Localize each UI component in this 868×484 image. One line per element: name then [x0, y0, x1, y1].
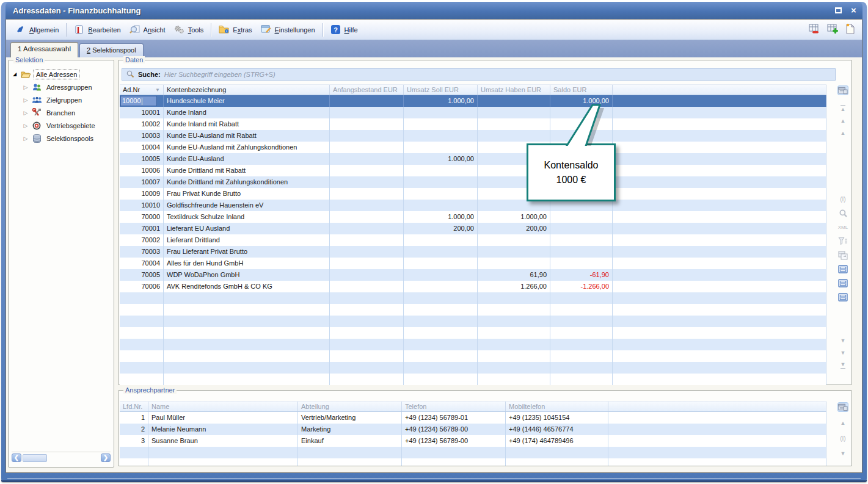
account-row-10004[interactable]: 10004Kunde EU-Ausland mit Zahlungskondti…: [120, 142, 826, 153]
empty-row: [120, 458, 826, 466]
cell-empty: [120, 304, 164, 316]
account-row-70005[interactable]: 70005WDP WoDaPhon GmbH61,90-61,90: [120, 269, 826, 281]
scroll-right-icon[interactable]: ❯: [101, 453, 111, 462]
tab-2-selektionspool[interactable]: 2 Selektionspool: [79, 43, 144, 57]
page-up-icon[interactable]: ▲: [837, 116, 848, 126]
contact-row-2[interactable]: 2Melanie NeumannMarketing+49 (1234) 5678…: [120, 424, 826, 435]
toolbar-item-hilfe[interactable]: ?Hilfe: [326, 23, 362, 37]
band-box-icon[interactable]: (I): [837, 194, 848, 204]
expand-icon[interactable]: ▷: [22, 97, 29, 103]
account-row-70004[interactable]: 70004Alles für den Hund GmbH: [120, 258, 826, 269]
tree-item-branchen[interactable]: ▷Branchen: [11, 106, 111, 119]
toolbar-item-bearbeiten[interactable]: Bearbeiten: [70, 23, 125, 37]
account-row-10006[interactable]: 10006Kunde Drittland mit Rabatt: [120, 165, 826, 176]
tree-item-selektionspools[interactable]: ▷Selektionspools: [11, 132, 111, 145]
copy-rows-icon[interactable]: [837, 250, 848, 260]
cell-adnr: 10005: [120, 153, 164, 165]
toolbar-item-ansicht[interactable]: Ansicht: [125, 23, 170, 37]
account-row-10002[interactable]: 10002Kunde Inland mit Rabatt: [120, 118, 826, 130]
column-header-anfangsbestand-eur[interactable]: Anfangsbestand EUR: [330, 85, 404, 95]
tree-item-zielgruppen[interactable]: ▷Zielgruppen: [11, 93, 111, 106]
search-input[interactable]: Hier Suchbegriff eingeben (STRG+S): [164, 71, 275, 78]
account-row-70000[interactable]: 70000Textildruck Schulze Inland1.000,001…: [120, 211, 826, 223]
page-down-icon[interactable]: ▼: [837, 348, 848, 358]
account-row-10001[interactable]: 10001Kunde Inland: [120, 107, 826, 118]
expand-icon[interactable]: ▷: [22, 84, 29, 90]
card-view-icon[interactable]: [837, 264, 848, 274]
search-bar[interactable]: Suche: Hier Suchbegriff eingeben (STRG+S…: [122, 68, 836, 81]
contact-row-1[interactable]: 1Paul MüllerVertrieb/Marketing+49 (1234)…: [120, 412, 826, 424]
table-remove-button[interactable]: [808, 23, 820, 37]
band-box-icon[interactable]: (I): [837, 433, 848, 443]
collapse-icon[interactable]: ◢: [11, 71, 18, 77]
column-header-saldo-eur[interactable]: Saldo EUR: [550, 85, 613, 95]
column-header-umsatz-haben-eur[interactable]: Umsatz Haben EUR: [478, 85, 550, 95]
column-chooser-icon[interactable]: [837, 85, 848, 95]
cell-empty: [613, 292, 826, 304]
toolbar-item-allgemein[interactable]: Allgemein: [11, 23, 63, 37]
scroll-left-icon[interactable]: ❮: [12, 453, 21, 462]
account-row-70001[interactable]: 70001Lieferant EU Ausland200,00200,00: [120, 223, 826, 234]
cell-filler: [608, 412, 826, 424]
zoom-icon[interactable]: [837, 208, 848, 218]
cell-filler: [613, 246, 826, 258]
filter-icon[interactable]: [837, 236, 848, 246]
account-row-10003[interactable]: 10003Kunde EU-Ausland mit Rabatt: [120, 130, 826, 142]
cell-umsatz-soll: [404, 176, 478, 188]
cell-umsatz-soll: [404, 258, 478, 269]
cell-anfangsbestand: [330, 130, 404, 142]
account-row-10010[interactable]: 10010Goldfischfreunde Hauenstein eV: [120, 200, 826, 211]
contact-row-3[interactable]: 3Susanne BraunEinkauf+49 (1234) 56789-00…: [120, 435, 826, 447]
column-chooser-icon[interactable]: [837, 402, 848, 412]
column-header-lfd-nr-[interactable]: Lfd.Nr.: [120, 402, 148, 411]
cell-anfangsbestand: [330, 200, 404, 211]
inline-cell-editor[interactable]: 10000: [120, 96, 157, 106]
account-row-10000[interactable]: 10000Hundeschule Meier1.000,001.000,00: [120, 95, 826, 107]
card-view-icon[interactable]: [837, 292, 848, 302]
restore-button[interactable]: [833, 6, 844, 15]
account-row-70002[interactable]: 70002Lieferant Drittland: [120, 234, 826, 246]
cell-adnr: 70000: [120, 211, 164, 223]
step-up-icon[interactable]: ▲: [837, 418, 848, 428]
column-header-abteilung[interactable]: Abteilung: [298, 402, 402, 411]
column-header-umsatz-soll-eur[interactable]: Umsatz Soll EUR: [404, 85, 478, 95]
new-page-button[interactable]: [844, 23, 856, 37]
account-row-10005[interactable]: 10005Kunde EU-Ausland1.000,00: [120, 153, 826, 165]
expand-icon[interactable]: ▷: [22, 110, 29, 116]
column-header-mobiltelefon[interactable]: Mobiltelefon: [506, 402, 608, 411]
account-row-70006[interactable]: 70006AVK Renditefonds GmbH & CO KG1.266,…: [120, 281, 826, 292]
cell-name: Paul Müller: [148, 412, 298, 424]
column-header-name[interactable]: Name: [148, 402, 298, 411]
column-header-ad.nr[interactable]: Ad.Nr▼: [120, 85, 164, 95]
account-row-10007[interactable]: 10007Kunde Drittland mit Zahlungskonditi…: [120, 176, 826, 188]
scrollbar-thumb[interactable]: [23, 454, 47, 462]
account-row-10009[interactable]: 10009Frau Privat Kunde Brutto: [120, 188, 826, 200]
scroll-top-icon[interactable]: ▲: [837, 104, 848, 114]
xml-icon[interactable]: XML: [837, 222, 848, 232]
cell-empty: [120, 339, 164, 350]
tree-item-adressgruppen[interactable]: ▷Adressgruppen: [11, 81, 111, 93]
tree-horizontal-scrollbar[interactable]: ❮ ❯: [12, 452, 111, 462]
account-row-70003[interactable]: 70003Frau Lieferant Privat Brutto: [120, 246, 826, 258]
tree-item-alle-adressen[interactable]: ◢Alle Adressen: [11, 68, 111, 81]
step-down-icon[interactable]: ▼: [837, 449, 848, 458]
scroll-bottom-icon[interactable]: ▼: [837, 360, 848, 370]
toolbar-item-tools[interactable]: Tools: [170, 23, 208, 37]
step-down-icon[interactable]: ▼: [837, 336, 848, 345]
close-button[interactable]: ×: [848, 6, 859, 15]
cell-umsatz-haben: 1.000,00: [478, 211, 550, 223]
column-header-telefon[interactable]: Telefon: [402, 402, 506, 411]
step-up-icon[interactable]: ▲: [837, 128, 848, 138]
cell-mobiltelefon: +49 (1235) 1045154: [506, 412, 608, 424]
table-add-button[interactable]: [826, 23, 839, 37]
cell-umsatz-soll: 200,00: [404, 223, 478, 234]
cell-adnr: 10002: [120, 118, 164, 130]
column-header-kontenbezeichnung[interactable]: Kontenbezeichnung: [164, 85, 330, 95]
tab-1-adressauswahl[interactable]: 1 Adressauswahl: [10, 42, 78, 57]
toolbar-item-einstellungen[interactable]: Einstellungen: [257, 23, 319, 37]
tree-item-vertriebsgebiete[interactable]: ▷Vertriebsgebiete: [11, 119, 111, 132]
card-view-icon[interactable]: [837, 278, 848, 288]
expand-icon[interactable]: ▷: [22, 135, 29, 142]
toolbar-item-extras[interactable]: iExtras: [214, 23, 256, 37]
expand-icon[interactable]: ▷: [22, 123, 29, 129]
